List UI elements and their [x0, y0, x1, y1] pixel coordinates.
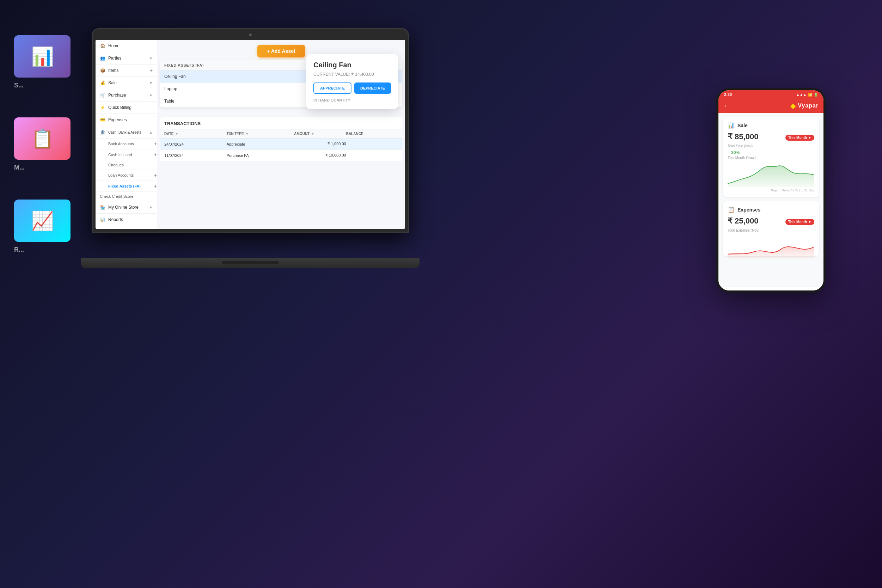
left-icons-panel: 📊 S... 📋 M... 📈 R... — [14, 35, 92, 282]
laptop-name: Laptop — [164, 86, 286, 91]
sale-icon: 💰 — [100, 80, 105, 86]
txn2-type: Purchase FA — [226, 153, 294, 158]
laptop-screen: 🏠 Home 👥 Parties ▼ 📦 Items + 💰 Sale ▼ — [96, 40, 405, 229]
expenses-label: Expenses — [108, 117, 153, 122]
sale-title-text: Sale — [738, 123, 748, 128]
chart-label: R... — [14, 246, 24, 254]
sidebar-item-cash-bank[interactable]: 🏦 Cash, Bank & Assets ▲ — [96, 126, 157, 138]
sale-amount-row: ₹ 85,000 This Month ▼ — [728, 132, 814, 143]
chart-icon-box: 📈 — [14, 200, 70, 242]
expenses-this-month-badge[interactable]: This Month ▼ — [785, 219, 814, 225]
phone-bottom-buttons: MANAGE ADD SALE — [718, 286, 824, 292]
txn-table-header: DATE ▼ TXN TYPE ▼ AMOUNT ▼ BALANCE — [160, 129, 402, 138]
badge-chevron: ▼ — [808, 136, 812, 140]
phone-container: 2:30 ▲▲▲ 📶 🔋 ← ◆ Vyapar 📊 Sale ₹ 85,000 … — [716, 88, 826, 292]
purchase-label: Purchase — [108, 93, 149, 98]
txn-header-type: TXN TYPE ▼ — [226, 132, 294, 136]
home-label: Home — [108, 44, 153, 48]
growth-percent: 20% — [731, 150, 740, 155]
sale-chart-svg — [728, 162, 814, 187]
cash-bank-icon: 🏦 — [100, 129, 105, 135]
online-store-icon: 🏪 — [100, 204, 105, 210]
barcode-label: S... — [14, 82, 24, 89]
sidebar-item-home[interactable]: 🏠 Home — [96, 40, 157, 52]
quick-billing-icon: ⚡ — [100, 105, 105, 110]
sale-chart-area — [728, 162, 814, 187]
expenses-total-label: Total Expense (Nov) — [728, 228, 814, 232]
sidebar-item-sale[interactable]: 💰 Sale ▼ — [96, 77, 157, 89]
sale-arrow: ▼ — [149, 81, 153, 85]
txn1-date: 24/07/2024 — [164, 142, 226, 146]
sidebar: 🏠 Home 👥 Parties ▼ 📦 Items + 💰 Sale ▼ — [96, 40, 157, 229]
loan-accounts-label: Loan Accounts — [108, 173, 134, 177]
sidebar-item-online-store[interactable]: 🏪 My Online Store ▼ — [96, 201, 157, 214]
detail-title: Ceiling Fan — [314, 61, 391, 69]
laptop-base — [81, 258, 420, 268]
manage-button[interactable]: MANAGE — [723, 291, 770, 292]
signal-icons: ▲▲▲ 📶 🔋 — [796, 93, 818, 97]
txn-header-balance: BALANCE — [346, 132, 398, 136]
sidebar-sub-bank-accounts[interactable]: Bank Accounts + — [96, 138, 157, 150]
add-asset-button[interactable]: + Add Asset — [257, 45, 305, 57]
items-plus: + — [150, 68, 153, 74]
online-store-arrow: ▼ — [149, 206, 153, 209]
cash-in-hand-plus: + — [154, 152, 157, 158]
quick-billing-label: Quick Billing — [108, 105, 153, 110]
cash-bank-arrow: ▲ — [149, 130, 153, 134]
purchase-arrow: ▼ — [149, 93, 153, 97]
sale-this-month-badge[interactable]: This Month ▼ — [785, 135, 814, 141]
depreciate-button[interactable]: DEPRECIATE — [354, 82, 391, 94]
txn-row-2[interactable]: 11/07/2024 Purchase FA ₹ 10,080.00 — [160, 150, 402, 161]
checklist-icon-box: 📋 — [14, 117, 70, 160]
sidebar-sub-fixed-assets[interactable]: Fixed Assets (FA) + — [96, 181, 157, 192]
sale-amount: ₹ 85,000 — [728, 132, 758, 141]
txn1-amount: ₹ 1,000.00 — [294, 142, 346, 146]
sale-total-label: Total Sale (Nov) — [728, 144, 814, 148]
sidebar-item-reports[interactable]: 📊 Reports — [96, 214, 157, 226]
txn-row-1[interactable]: 24/07/2024 Appreciate ₹ 1,000.00 — [160, 138, 402, 150]
expenses-chart-area — [728, 234, 814, 252]
chart-icon-item: 📈 R... — [14, 200, 92, 254]
phone-nav-bar: ← ◆ Vyapar — [718, 99, 824, 113]
current-value-label: CURRENT VALUE: — [314, 72, 350, 77]
txn2-amount: ₹ 10,080.00 — [294, 153, 346, 158]
sidebar-sub-cash-in-hand[interactable]: Cash In Hand + — [96, 150, 157, 160]
detail-subtitle: CURRENT VALUE: ₹ 14,400.00 — [314, 72, 391, 77]
main-content: + Add Asset FIXED ASSETS (FA) CURRENT VA… — [157, 40, 405, 229]
phone-back-button[interactable]: ← — [723, 102, 730, 110]
sidebar-item-expenses[interactable]: 💳 Expenses — [96, 114, 157, 126]
checklist-icon-item: 📋 M... — [14, 117, 92, 171]
expenses-amount-row: ₹ 25,000 This Month ▼ — [728, 216, 814, 227]
phone-content: 📊 Sale ₹ 85,000 This Month ▼ Total Sale … — [718, 113, 824, 286]
reports-icon: 📊 — [100, 217, 105, 222]
cash-in-hand-label: Cash In Hand — [108, 153, 132, 157]
phone-status-bar: 2:30 ▲▲▲ 📶 🔋 — [718, 90, 824, 99]
current-value-amount: ₹ 14,400.00 — [351, 72, 374, 77]
amount-filter-icon[interactable]: ▼ — [311, 132, 315, 136]
sidebar-sub-cheques[interactable]: Cheques — [96, 160, 157, 170]
appreciate-button[interactable]: APPRECIATE — [314, 82, 351, 94]
expenses-icon: 💳 — [100, 117, 105, 123]
laptop-camera — [249, 33, 252, 36]
phone-expenses-section: 📋 Expenses ₹ 25,000 This Month ▼ Total E… — [723, 201, 819, 256]
txn-header-date: DATE ▼ — [164, 132, 226, 136]
sidebar-item-quick-billing[interactable]: ⚡ Quick Billing — [96, 102, 157, 114]
growth-arrow: ↑ — [728, 150, 730, 155]
type-filter-icon[interactable]: ▼ — [245, 132, 249, 136]
sidebar-item-purchase[interactable]: 🛒 Purchase ▼ — [96, 89, 157, 102]
bank-accounts-label: Bank Accounts — [108, 142, 134, 146]
sidebar-item-parties[interactable]: 👥 Parties ▼ — [96, 52, 157, 64]
detail-panel: Ceiling Fan CURRENT VALUE: ₹ 14,400.00 A… — [306, 54, 398, 109]
sidebar-item-items[interactable]: 📦 Items + — [96, 64, 157, 77]
growth-sub-label: This Month Growth — [728, 156, 814, 160]
transactions-header: TRANSACTIONS — [160, 117, 402, 129]
date-filter-icon[interactable]: ▼ — [175, 132, 178, 136]
fixed-assets-plus: + — [154, 183, 157, 189]
txn1-type: Appreciate — [226, 142, 294, 146]
parties-label: Parties — [108, 56, 149, 61]
add-sale-button[interactable]: ADD SALE — [773, 291, 819, 292]
items-label: Items — [108, 68, 150, 73]
reports-label: Reports — [108, 217, 153, 222]
sidebar-sub-loan-accounts[interactable]: Loan Accounts + — [96, 170, 157, 181]
sidebar-item-check-credit[interactable]: Check Credit Score — [96, 192, 157, 201]
